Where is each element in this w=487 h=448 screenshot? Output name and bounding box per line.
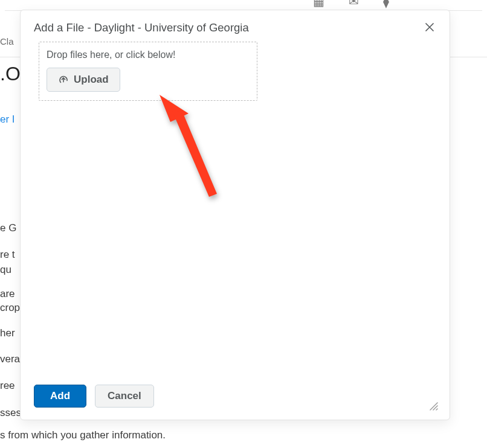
bell-icon: ⧫ xyxy=(383,0,389,8)
grid-icon: ▦ xyxy=(313,0,324,8)
background-text-fragment: are xyxy=(0,287,15,301)
close-icon xyxy=(425,23,434,31)
background-text-fragment: vera xyxy=(0,352,20,366)
upload-button[interactable]: Upload xyxy=(47,68,120,92)
background-text-fragment: re t xyxy=(0,248,15,262)
add-file-modal: Add a File - Daylight - University of Ge… xyxy=(20,10,450,420)
background-text-fragment: e G xyxy=(0,221,16,235)
svg-marker-1 xyxy=(170,107,217,197)
pointer-arrow-annotation xyxy=(140,94,231,214)
resize-handle[interactable] xyxy=(428,400,439,411)
chat-icon: ✉ xyxy=(349,0,359,8)
dropzone-instruction: Drop files here, or click below! xyxy=(47,50,250,60)
topbar-icon-row: ▦ ✉ ⧫ xyxy=(313,0,389,8)
background-heading-fragment: .O xyxy=(0,63,21,85)
resize-grip-icon xyxy=(428,400,439,411)
upload-button-label: Upload xyxy=(74,74,109,86)
background-class-label: Cla xyxy=(0,36,14,46)
modal-header: Add a File - Daylight - University of Ge… xyxy=(21,10,450,42)
background-text-fragment: qu xyxy=(0,263,11,277)
add-button-label: Add xyxy=(50,390,70,402)
modal-body: Drop files here, or click below! Upload xyxy=(21,42,450,375)
background-text-fragment: her xyxy=(0,326,15,341)
background-link-fragment: er I xyxy=(0,114,15,126)
cancel-button-label: Cancel xyxy=(108,390,141,402)
file-dropzone[interactable]: Drop files here, or click below! Upload xyxy=(39,42,257,101)
modal-title: Add a File - Daylight - University of Ge… xyxy=(34,21,249,34)
background-text-fragment: s from which you gather information. xyxy=(0,428,166,443)
upload-icon xyxy=(58,74,69,85)
cancel-button[interactable]: Cancel xyxy=(95,385,154,408)
background-text-fragment: ree xyxy=(0,379,15,393)
background-text-fragment: crop xyxy=(0,301,20,315)
close-button[interactable] xyxy=(423,21,436,34)
add-button[interactable]: Add xyxy=(34,385,86,408)
modal-footer: Add Cancel xyxy=(21,375,450,420)
background-text-fragment: sses xyxy=(0,406,21,420)
svg-line-4 xyxy=(436,409,437,410)
